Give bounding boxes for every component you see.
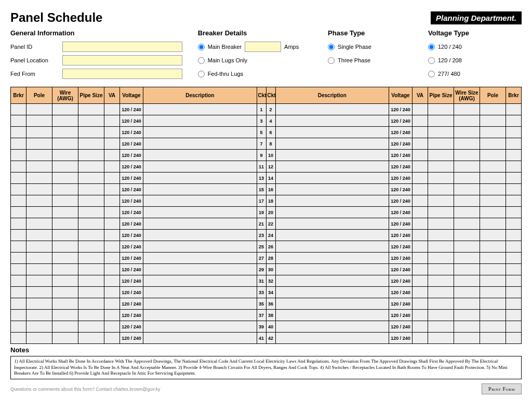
cell[interactable] — [480, 184, 506, 195]
voltage-cell[interactable]: 120 / 240 — [389, 150, 413, 161]
cell[interactable] — [413, 138, 428, 150]
ckt-number[interactable]: 29 — [257, 264, 266, 275]
ckt-number[interactable]: 4 — [266, 115, 275, 127]
cell[interactable] — [428, 138, 454, 150]
cell[interactable] — [52, 184, 78, 195]
voltage-cell[interactable]: 120 / 240 — [389, 115, 413, 127]
cell[interactable] — [78, 230, 104, 241]
cell[interactable] — [104, 161, 120, 173]
cell[interactable] — [454, 230, 480, 241]
cell[interactable] — [11, 173, 26, 184]
cell[interactable] — [506, 150, 522, 161]
cell[interactable] — [26, 104, 52, 115]
cell[interactable] — [26, 287, 52, 298]
ckt-number[interactable]: 35 — [257, 298, 266, 310]
cell[interactable] — [506, 104, 522, 115]
voltage-cell[interactable]: 120 / 240 — [120, 253, 143, 264]
cell[interactable] — [104, 253, 120, 264]
voltage-cell[interactable]: 120 / 240 — [120, 184, 143, 195]
cell[interactable] — [26, 264, 52, 275]
cell[interactable] — [143, 184, 257, 195]
cell[interactable] — [143, 218, 257, 230]
cell[interactable] — [104, 333, 120, 344]
cell[interactable] — [428, 218, 454, 230]
cell[interactable] — [78, 287, 104, 298]
cell[interactable] — [52, 253, 78, 264]
cell[interactable] — [11, 275, 26, 287]
cell[interactable] — [11, 184, 26, 195]
cell[interactable] — [275, 321, 389, 333]
cell[interactable] — [480, 241, 506, 253]
cell[interactable] — [275, 184, 389, 195]
cell[interactable] — [413, 241, 428, 253]
cell[interactable] — [104, 275, 120, 287]
ckt-number[interactable]: 13 — [257, 173, 266, 184]
cell[interactable] — [506, 275, 522, 287]
voltage-cell[interactable]: 120 / 240 — [389, 230, 413, 241]
cell[interactable] — [143, 310, 257, 321]
cell[interactable] — [428, 321, 454, 333]
cell[interactable] — [26, 161, 52, 173]
cell[interactable] — [428, 264, 454, 275]
cell[interactable] — [454, 218, 480, 230]
cell[interactable] — [480, 150, 506, 161]
cell[interactable] — [11, 127, 26, 138]
cell[interactable] — [11, 218, 26, 230]
ckt-number[interactable]: 36 — [266, 298, 275, 310]
cell[interactable] — [52, 333, 78, 344]
cell[interactable] — [143, 195, 257, 207]
cell[interactable] — [78, 310, 104, 321]
cell[interactable] — [78, 173, 104, 184]
cell[interactable] — [11, 115, 26, 127]
cell[interactable] — [143, 115, 257, 127]
cell[interactable] — [506, 184, 522, 195]
cell[interactable] — [11, 230, 26, 241]
cell[interactable] — [78, 115, 104, 127]
cell[interactable] — [104, 195, 120, 207]
cell[interactable] — [480, 333, 506, 344]
cell[interactable] — [275, 298, 389, 310]
cell[interactable] — [428, 310, 454, 321]
ckt-number[interactable]: 8 — [266, 138, 275, 150]
cell[interactable] — [26, 253, 52, 264]
cell[interactable] — [413, 184, 428, 195]
ckt-number[interactable]: 42 — [266, 333, 275, 344]
cell[interactable] — [26, 115, 52, 127]
cell[interactable] — [480, 138, 506, 150]
cell[interactable] — [413, 150, 428, 161]
cell[interactable] — [52, 195, 78, 207]
ckt-number[interactable]: 25 — [257, 241, 266, 253]
voltage-cell[interactable]: 120 / 240 — [389, 253, 413, 264]
voltage-cell[interactable]: 120 / 240 — [389, 275, 413, 287]
cell[interactable] — [26, 333, 52, 344]
cell[interactable] — [428, 104, 454, 115]
cell[interactable] — [143, 161, 257, 173]
ckt-number[interactable]: 20 — [266, 207, 275, 218]
cell[interactable] — [275, 241, 389, 253]
voltage-cell[interactable]: 120 / 240 — [120, 218, 143, 230]
voltage-cell[interactable]: 120 / 240 — [389, 310, 413, 321]
cell[interactable] — [78, 104, 104, 115]
cell[interactable] — [428, 287, 454, 298]
cell[interactable] — [52, 161, 78, 173]
cell[interactable] — [78, 333, 104, 344]
cell[interactable] — [480, 127, 506, 138]
cell[interactable] — [52, 138, 78, 150]
cell[interactable] — [78, 218, 104, 230]
voltage-cell[interactable]: 120 / 240 — [120, 173, 143, 184]
cell[interactable] — [275, 150, 389, 161]
cell[interactable] — [78, 241, 104, 253]
cell[interactable] — [454, 310, 480, 321]
cell[interactable] — [506, 230, 522, 241]
voltage-cell[interactable]: 120 / 240 — [120, 138, 143, 150]
cell[interactable] — [454, 207, 480, 218]
voltage-cell[interactable]: 120 / 240 — [120, 287, 143, 298]
cell[interactable] — [454, 253, 480, 264]
voltage-cell[interactable]: 120 / 240 — [120, 321, 143, 333]
cell[interactable] — [413, 161, 428, 173]
cell[interactable] — [275, 275, 389, 287]
cell[interactable] — [275, 173, 389, 184]
cell[interactable] — [275, 207, 389, 218]
cell[interactable] — [413, 127, 428, 138]
cell[interactable] — [52, 287, 78, 298]
